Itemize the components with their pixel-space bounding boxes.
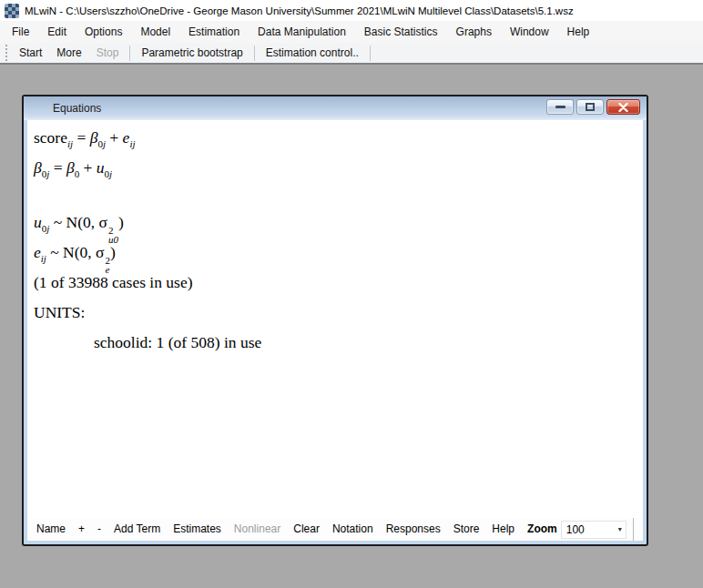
chevron-down-icon: ▾ — [618, 525, 622, 533]
minus-button[interactable]: - — [91, 518, 107, 541]
estimates-button[interactable]: Estimates — [167, 518, 228, 541]
equation-token: β — [34, 158, 42, 177]
menu-options[interactable]: Options — [76, 21, 131, 43]
add-term-button[interactable]: Add Term — [107, 518, 167, 541]
level2-equation[interactable]: β0j = β0 + u0j — [34, 153, 643, 183]
responses-button[interactable]: Responses — [380, 518, 447, 541]
mdi-area: Equations scoreij = β0j + eijβ0j = β0 + … — [0, 65, 703, 588]
stop-button: Stop — [89, 43, 127, 63]
cases-in-use[interactable]: (1 of 33988 cases in use) — [34, 268, 643, 298]
equations-titlebar[interactable]: Equations — [24, 96, 647, 120]
menu-basic-statistics[interactable]: Basic Statistics — [355, 21, 447, 43]
close-icon — [618, 103, 628, 112]
menu-window[interactable]: Window — [501, 21, 558, 43]
main-toolbar: StartMoreStopParametric bootstrapEstimat… — [0, 43, 703, 65]
e-distribution[interactable]: eij ~ N(0, σ2e) — [34, 238, 643, 268]
notation-button[interactable]: Notation — [326, 518, 380, 541]
equation-token: u — [34, 213, 42, 231]
window-controls — [546, 99, 640, 115]
toolbar-separator — [254, 46, 255, 61]
help-button[interactable]: Help — [485, 518, 521, 541]
equations-window-title: Equations — [53, 102, 101, 115]
zoom-level-combobox[interactable]: 100▾ — [561, 521, 627, 539]
parametric-bootstrap-button[interactable]: Parametric bootstrap — [134, 43, 250, 63]
minimize-icon — [555, 106, 565, 108]
equation-token: + — [106, 128, 123, 147]
equation-token: ij — [129, 138, 135, 149]
equation-token: = — [73, 128, 90, 147]
equation-token: schoolid: 1 (of 508) in use — [94, 333, 261, 351]
restore-icon — [586, 103, 595, 111]
toolbar-separator — [370, 46, 371, 61]
units-header[interactable]: UNITS: — [34, 298, 643, 328]
name-button[interactable]: Name — [30, 518, 72, 541]
toolbar-gripper-icon[interactable] — [4, 45, 8, 61]
equation-token: j — [109, 168, 112, 179]
more-button[interactable]: More — [49, 43, 88, 63]
zoom-value: 100 — [566, 523, 585, 536]
mlwin-app-icon[interactable] — [5, 4, 19, 18]
equations-footer: Name+-Add TermEstimatesNonlinearClearNot… — [27, 518, 643, 541]
nonlinear-button: Nonlinear — [228, 518, 287, 541]
u-distribution[interactable]: u0j ~ N(0, σ2u0) — [34, 208, 643, 238]
restore-button[interactable] — [576, 99, 604, 115]
plus-button[interactable]: + — [72, 518, 91, 541]
app-title: MLwiN - C:\Users\szzho\OneDrive - George… — [25, 5, 574, 16]
equation-token: UNITS: — [34, 303, 85, 321]
equation-token: + — [79, 158, 97, 177]
menu-data-manipulation[interactable]: Data Manipulation — [249, 21, 355, 43]
footer-separator — [633, 518, 634, 541]
menu-help[interactable]: Help — [558, 21, 599, 43]
equation-token: (1 of 33988 cases in use) — [34, 273, 192, 291]
equation-token: ) — [110, 243, 116, 261]
equation-token: ~ N(0, σ — [46, 243, 105, 261]
clear-button[interactable]: Clear — [287, 518, 326, 541]
menu-file[interactable]: File — [3, 21, 38, 43]
store-button[interactable]: Store — [447, 518, 486, 541]
zoom-label: Zoom — [521, 518, 561, 541]
estimation-control-button[interactable]: Estimation control.. — [259, 43, 366, 63]
app-titlebar: MLwiN - C:\Users\szzho\OneDrive - George… — [0, 0, 703, 21]
units-schoolid[interactable]: schoolid: 1 (of 508) in use — [34, 328, 643, 358]
level1-equation[interactable]: scoreij = β0j + eij — [34, 123, 643, 153]
menu-estimation[interactable]: Estimation — [179, 21, 249, 43]
equation-token: u — [97, 158, 105, 177]
equation-token: = — [49, 158, 66, 177]
equation-token: β — [66, 158, 75, 177]
equation-token: ~ N(0, σ — [49, 213, 107, 231]
menu-edit[interactable]: Edit — [38, 21, 76, 43]
equation-token: ) — [118, 213, 124, 231]
close-button[interactable] — [606, 99, 640, 115]
toolbar-separator — [129, 46, 130, 61]
equations-body: scoreij = β0j + eijβ0j = β0 + u0ju0j ~ N… — [27, 120, 643, 518]
equations-window: Equations scoreij = β0j + eijβ0j = β0 + … — [22, 95, 648, 546]
equation-token: e — [34, 243, 41, 261]
equation-token: score — [34, 128, 67, 147]
menu-graphs[interactable]: Graphs — [447, 21, 501, 43]
equation-spacer — [34, 183, 643, 208]
menu-model[interactable]: Model — [131, 21, 179, 43]
menubar: FileEditOptionsModelEstimationData Manip… — [0, 21, 703, 43]
minimize-button[interactable] — [546, 99, 574, 115]
start-button[interactable]: Start — [12, 43, 49, 63]
